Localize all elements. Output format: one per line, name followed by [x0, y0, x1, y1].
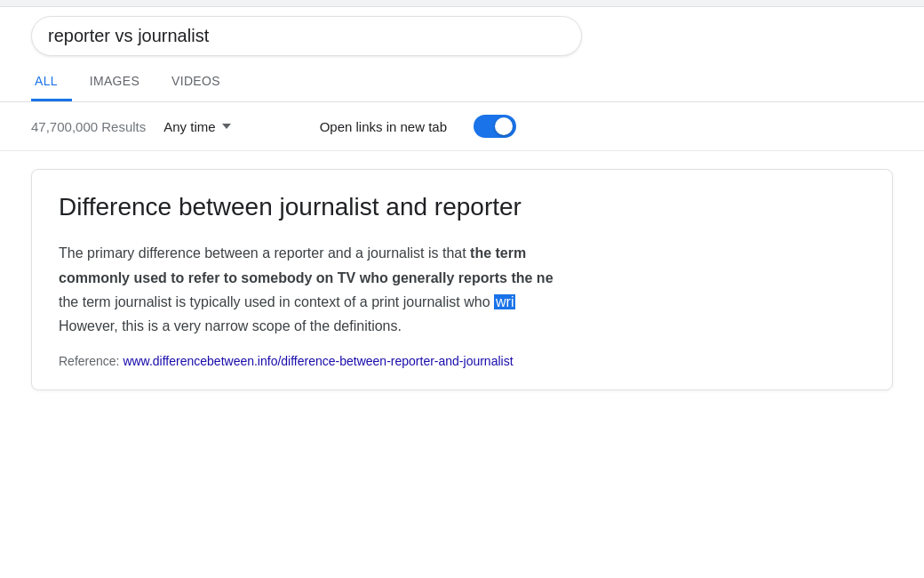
result-title: Difference between journalist and report…: [59, 191, 865, 223]
filters-row: 47,700,000 Results Any time Open links i…: [0, 102, 924, 151]
results-count: 47,700,000 Results: [31, 119, 146, 134]
results-container: Difference between journalist and report…: [0, 151, 924, 408]
dropdown-arrow-icon: [222, 124, 231, 129]
search-bar-section: reporter vs journalist ALL IMAGES VIDEOS: [0, 7, 924, 102]
toggle-knob: [495, 117, 513, 135]
body-bold-the-term: the term: [470, 245, 526, 261]
body-text-1: The primary difference between a reporte…: [59, 245, 470, 261]
tabs-row: ALL IMAGES VIDEOS: [31, 65, 893, 101]
search-bar[interactable]: reporter vs journalist: [31, 16, 582, 56]
tab-images[interactable]: IMAGES: [86, 65, 154, 101]
reference-link[interactable]: www.differencebetween.info/difference-be…: [123, 354, 513, 368]
search-text: reporter vs journalist: [48, 26, 209, 46]
tab-videos[interactable]: VIDEOS: [168, 65, 235, 101]
body-bold-commonly: commonly used to refer to somebody on TV…: [59, 270, 554, 285]
top-strip: [0, 0, 924, 7]
result-body: The primary difference between a reporte…: [59, 241, 865, 338]
body-text-2: the term journalist is typically used in…: [59, 294, 494, 309]
any-time-filter[interactable]: Any time: [163, 119, 230, 134]
body-highlight-wri: wri: [494, 294, 515, 309]
body-text-3: However, this is a very narrow scope of …: [59, 318, 402, 333]
any-time-label: Any time: [163, 119, 215, 134]
result-card: Difference between journalist and report…: [31, 169, 893, 390]
open-links-label: Open links in new tab: [320, 119, 447, 134]
reference-label: Reference:: [59, 354, 119, 368]
toggle-switch[interactable]: [474, 115, 516, 138]
result-reference: Reference: www.differencebetween.info/di…: [59, 354, 865, 368]
tab-all[interactable]: ALL: [31, 65, 72, 101]
